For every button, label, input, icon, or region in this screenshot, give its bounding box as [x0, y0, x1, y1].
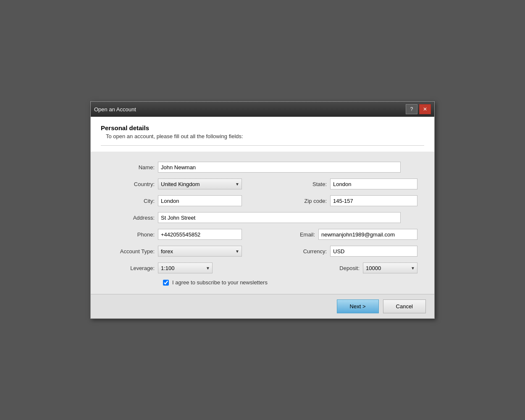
name-row: Name: [108, 162, 417, 173]
newsletter-label: I agree to subscribe to your newsletters [172, 279, 268, 286]
city-label: City: [108, 198, 158, 204]
name-label: Name: [108, 164, 158, 171]
title-bar: Open an Account ? ✕ [91, 102, 434, 117]
account-type-currency-row: Account Type: forex stocks crypto ▼ Curr… [108, 246, 417, 257]
account-type-select-wrapper: forex stocks crypto ▼ [158, 246, 242, 257]
phone-label: Phone: [108, 231, 158, 238]
phone-input[interactable] [158, 229, 242, 240]
zip-label: Zip code: [288, 198, 330, 204]
dialog-title: Open an Account [94, 106, 136, 113]
next-button[interactable]: Next > [337, 299, 379, 313]
dialog-footer: Next > Cancel [91, 294, 434, 318]
address-label: Address: [108, 215, 158, 221]
form-area: Name: Country: United Kingdom United Sta… [91, 152, 434, 294]
leverage-deposit-row: Leverage: 1:1 1:10 1:50 1:100 1:200 1:50… [108, 262, 417, 273]
address-row: Address: [108, 212, 417, 223]
country-label: Country: [108, 181, 158, 187]
newsletter-checkbox-row: I agree to subscribe to your newsletters [163, 279, 417, 286]
account-type-select[interactable]: forex stocks crypto [158, 246, 242, 257]
section-title: Personal details [101, 124, 424, 131]
account-type-label: Account Type: [108, 248, 158, 255]
country-state-row: Country: United Kingdom United States Ge… [108, 178, 417, 189]
title-bar-buttons: ? ✕ [406, 104, 431, 114]
leverage-select-wrapper: 1:1 1:10 1:50 1:100 1:200 1:500 ▼ [158, 262, 213, 273]
zip-input[interactable] [330, 195, 417, 206]
email-label: Email: [289, 231, 318, 238]
deposit-select[interactable]: 1000 5000 10000 25000 50000 [363, 262, 417, 273]
leverage-label: Leverage: [108, 265, 158, 271]
dialog-open-account: Open an Account ? ✕ Personal details To … [90, 101, 435, 319]
newsletter-checkbox[interactable] [163, 280, 169, 286]
currency-label: Currency: [292, 248, 330, 255]
deposit-select-wrapper: 1000 5000 10000 25000 50000 ▼ [363, 262, 417, 273]
deposit-label: Deposit: [325, 265, 363, 271]
country-select-wrapper: United Kingdom United States Germany Fra… [158, 178, 242, 189]
dialog-header: Personal details To open an account, ple… [91, 117, 434, 152]
close-button[interactable]: ✕ [419, 104, 431, 114]
help-button[interactable]: ? [406, 104, 417, 114]
leverage-select[interactable]: 1:1 1:10 1:50 1:100 1:200 1:500 [158, 262, 213, 273]
section-subtitle: To open an account, please fill out all … [106, 133, 424, 139]
header-divider [101, 145, 424, 146]
country-select[interactable]: United Kingdom United States Germany Fra… [158, 178, 242, 189]
address-input[interactable] [158, 212, 401, 223]
phone-email-row: Phone: Email: [108, 229, 417, 240]
state-input[interactable] [330, 178, 417, 189]
city-zip-row: City: Zip code: [108, 195, 417, 206]
city-input[interactable] [158, 195, 242, 206]
currency-input[interactable] [330, 246, 417, 257]
cancel-button[interactable]: Cancel [383, 299, 426, 313]
email-input[interactable] [318, 229, 417, 240]
state-label: State: [297, 181, 330, 187]
name-input[interactable] [158, 162, 401, 173]
